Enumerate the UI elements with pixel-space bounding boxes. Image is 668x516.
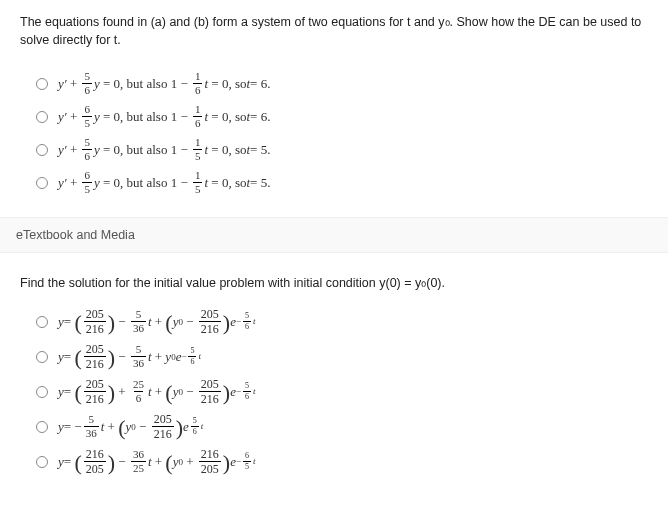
q1-option-3-expr: y′ + 56y = 0, but also 1 − 15t = 0, so t… [58, 137, 270, 162]
q1-option-4[interactable]: y′ + 65y = 0, but also 1 − 15t = 0, so t… [36, 170, 648, 195]
q1-option-4-expr: y′ + 65y = 0, but also 1 − 15t = 0, so t… [58, 170, 270, 195]
q2-option-4[interactable]: y = −536t + (y0 − 205216)e56t [36, 413, 648, 440]
radio-icon[interactable] [36, 351, 48, 363]
q2-options: y = (205216) − 536t + (y0 − 205216)e−56t… [36, 308, 648, 475]
radio-icon[interactable] [36, 456, 48, 468]
radio-icon[interactable] [36, 78, 48, 90]
q2-option-5[interactable]: y = (216205) − 3625t + (y0 + 216205)e−65… [36, 448, 648, 475]
q1-option-3[interactable]: y′ + 56y = 0, but also 1 − 15t = 0, so t… [36, 137, 648, 162]
radio-icon[interactable] [36, 386, 48, 398]
q2-option-4-expr: y = −536t + (y0 − 205216)e56t [58, 413, 203, 440]
q2-option-1[interactable]: y = (205216) − 536t + (y0 − 205216)e−56t [36, 308, 648, 335]
q1-options: y′ + 56y = 0, but also 1 − 16t = 0, so t… [36, 71, 648, 195]
q2-option-2-expr: y = (205216) − 536t + y0e−56t [58, 343, 201, 370]
radio-icon[interactable] [36, 177, 48, 189]
q2-option-1-expr: y = (205216) − 536t + (y0 − 205216)e−56t [58, 308, 256, 335]
q1-option-1[interactable]: y′ + 56y = 0, but also 1 − 16t = 0, so t… [36, 71, 648, 96]
q1-option-2[interactable]: y′ + 65y = 0, but also 1 − 16t = 0, so t… [36, 104, 648, 129]
q2-option-2[interactable]: y = (205216) − 536t + y0e−56t [36, 343, 648, 370]
q2-option-3[interactable]: y = (205216) + 256t + (y0 − 205216)e−56t [36, 378, 648, 405]
radio-icon[interactable] [36, 316, 48, 328]
q1-option-1-expr: y′ + 56y = 0, but also 1 − 16t = 0, so t… [58, 71, 270, 96]
q2-option-5-expr: y = (216205) − 3625t + (y0 + 216205)e−65… [58, 448, 256, 475]
etextbook-media-link[interactable]: eTextbook and Media [0, 217, 668, 253]
question1-prompt: The equations found in (a) and (b) form … [20, 14, 648, 49]
radio-icon[interactable] [36, 421, 48, 433]
q2-option-3-expr: y = (205216) + 256t + (y0 − 205216)e−56t [58, 378, 256, 405]
question2-prompt: Find the solution for the initial value … [20, 275, 648, 290]
radio-icon[interactable] [36, 144, 48, 156]
q1-option-2-expr: y′ + 65y = 0, but also 1 − 16t = 0, so t… [58, 104, 270, 129]
radio-icon[interactable] [36, 111, 48, 123]
